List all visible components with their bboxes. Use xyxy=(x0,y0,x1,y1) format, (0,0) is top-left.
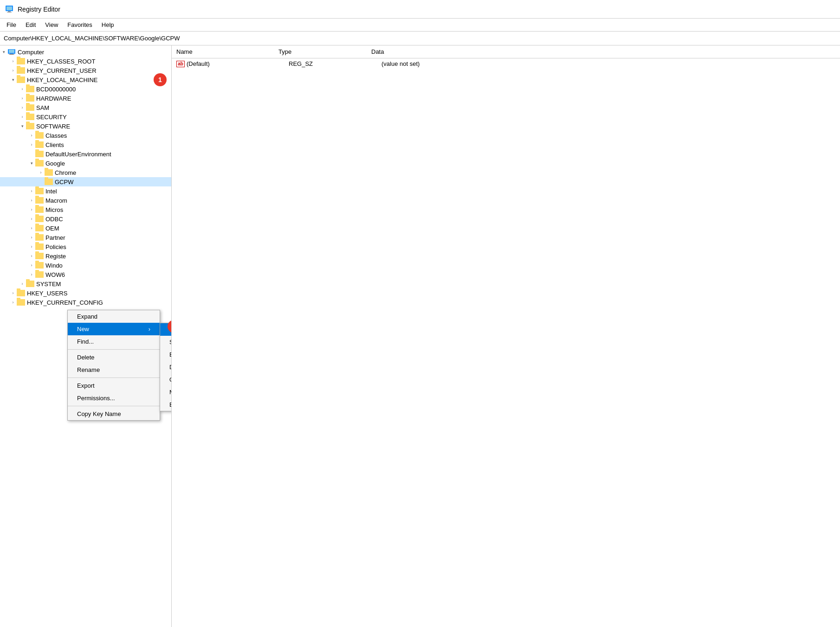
tree-node-hkey-current-user[interactable]: › HKEY_CURRENT_USER xyxy=(0,66,171,75)
tree-node-hkey-current-config[interactable]: › HKEY_CURRENT_CONFIG xyxy=(0,298,171,307)
folder-icon-current-config xyxy=(17,299,25,306)
context-menu-delete[interactable]: Delete xyxy=(68,351,160,364)
tree-label-hkey-local-machine: HKEY_LOCAL_MACHINE xyxy=(27,77,97,83)
tree-node-micros[interactable]: › Micros xyxy=(0,205,171,214)
reg-value-icon: ab xyxy=(176,61,185,67)
context-menu-new[interactable]: New › 3 Key 4 String Value Binary Val xyxy=(68,323,160,335)
tree-node-odbc[interactable]: › ODBC xyxy=(0,214,171,224)
folder-icon-wow6 xyxy=(35,271,44,278)
folder-icon-windo xyxy=(35,262,44,269)
context-menu-export[interactable]: Export xyxy=(68,379,160,392)
menu-help[interactable]: Help xyxy=(98,20,118,29)
tree-label-bcd: BCD00000000 xyxy=(36,86,76,93)
folder-icon-sam xyxy=(26,104,34,111)
submenu-qword-value[interactable]: QWORD (64-bit) Value xyxy=(160,373,172,386)
separator-1 xyxy=(68,349,160,350)
folder-icon-bcd xyxy=(26,86,34,92)
tree-node-macrom[interactable]: › Macrom xyxy=(0,196,171,205)
tree-node-system[interactable]: › SYSTEM xyxy=(0,279,171,288)
window-title: Registry Editor xyxy=(18,6,60,13)
tree-label-windo: Windo xyxy=(45,262,63,269)
folder-icon-intel xyxy=(35,188,44,194)
tree-label-hkey-users: HKEY_USERS xyxy=(27,290,67,297)
menu-favorites[interactable]: Favorites xyxy=(64,20,96,29)
tree-node-gcpw[interactable]: GCPW 2 xyxy=(0,177,171,186)
folder-icon-chrome xyxy=(45,169,53,176)
folder-icon-current-user xyxy=(17,67,25,74)
tree-node-computer[interactable]: ▾ Computer xyxy=(0,47,171,57)
expand-icon-partner: › xyxy=(28,234,35,241)
tree-node-hkey-users[interactable]: › HKEY_USERS xyxy=(0,288,171,298)
submenu-dword-value[interactable]: DWORD (32-bit) Value xyxy=(160,361,172,373)
folder-icon-security xyxy=(26,114,34,120)
col-header-type: Type xyxy=(278,48,371,55)
folder-icon-registe xyxy=(35,253,44,259)
badge-1: 1 xyxy=(154,73,167,86)
expand-icon-policies: › xyxy=(28,243,35,250)
tree-node-software[interactable]: ▾ SOFTWARE xyxy=(0,122,171,131)
expand-icon-odbc: › xyxy=(28,215,35,223)
submenu-binary-value[interactable]: Binary Value xyxy=(160,348,172,361)
svg-rect-7 xyxy=(9,54,14,55)
context-menu-find[interactable]: Find... xyxy=(68,335,160,348)
tree-node-bcd[interactable]: › BCD00000000 xyxy=(0,84,171,94)
expand-icon-software: ▾ xyxy=(19,122,26,130)
tree-panel: ▾ Computer › HKEY_CLASSES_ROOT › HKEY_CU… xyxy=(0,45,172,627)
tree-node-security[interactable]: › SECURITY xyxy=(0,112,171,122)
detail-panel: Name Type Data ab (Default) REG_SZ (valu… xyxy=(172,45,840,627)
tree-label-oem: OEM xyxy=(45,225,59,232)
tree-node-intel[interactable]: › Intel xyxy=(0,186,171,196)
context-menu-expand[interactable]: Expand xyxy=(68,310,160,323)
context-menu-permissions[interactable]: Permissions... xyxy=(68,392,160,404)
tree-node-policies[interactable]: › Policies xyxy=(0,242,171,251)
context-menu-rename[interactable]: Rename xyxy=(68,364,160,376)
tree-node-clients[interactable]: › Clients xyxy=(0,140,171,149)
expand-icon-wow6: › xyxy=(28,271,35,278)
col-header-name: Name xyxy=(176,48,278,55)
folder-icon-micros xyxy=(35,206,44,213)
tree-node-registe[interactable]: › Registe xyxy=(0,251,171,261)
tree-node-partner[interactable]: › Partner xyxy=(0,233,171,242)
submenu-qword-label: QWORD (64-bit) Value xyxy=(169,376,172,383)
folder-icon-gcpw xyxy=(45,179,53,185)
submenu-box: Key 4 String Value Binary Value DWORD (3… xyxy=(160,323,172,411)
submenu-arrow-icon: › xyxy=(149,326,150,333)
submenu-expandable-string-value[interactable]: Expandable String Value xyxy=(160,398,172,411)
menu-file[interactable]: File xyxy=(3,20,20,29)
tree-node-windo[interactable]: › Windo xyxy=(0,261,171,270)
detail-row-default[interactable]: ab (Default) REG_SZ (value not set) xyxy=(172,58,840,69)
tree-label-clients: Clients xyxy=(45,141,64,148)
tree-node-defaultuserenv[interactable]: DefaultUserEnvironment xyxy=(0,149,171,159)
submenu-string-value[interactable]: String Value xyxy=(160,336,172,348)
tree-label-wow6: WOW6 xyxy=(45,271,65,278)
expand-icon-defaultuserenv xyxy=(28,150,35,158)
tree-node-sam[interactable]: › SAM xyxy=(0,103,171,112)
tree-node-hkey-local-machine[interactable]: ▾ HKEY_LOCAL_MACHINE 1 xyxy=(0,75,171,84)
tree-label-chrome: Chrome xyxy=(55,169,76,176)
title-bar: Registry Editor xyxy=(0,0,840,19)
tree-node-chrome[interactable]: › Chrome xyxy=(0,168,171,177)
tree-label-classes: Classes xyxy=(45,132,67,139)
tree-label-partner: Partner xyxy=(45,234,65,241)
tree-node-oem[interactable]: › OEM xyxy=(0,224,171,233)
tree-label-hardware: HARDWARE xyxy=(36,95,71,102)
submenu-multi-string-value[interactable]: Multi-String Value xyxy=(160,386,172,398)
computer-icon xyxy=(7,49,16,55)
tree-node-hkey-classes-root[interactable]: › HKEY_CLASSES_ROOT xyxy=(0,57,171,66)
expand-icon-system: › xyxy=(19,280,26,288)
expand-icon-intel: › xyxy=(28,187,35,195)
tree-node-hardware[interactable]: › HARDWARE xyxy=(0,94,171,103)
tree-label-policies: Policies xyxy=(45,243,66,250)
context-menu-box: Expand New › 3 Key 4 String Value xyxy=(67,310,160,421)
svg-rect-3 xyxy=(7,12,12,13)
menu-view[interactable]: View xyxy=(41,20,62,29)
tree-node-wow6[interactable]: › WOW6 xyxy=(0,270,171,279)
tree-node-google[interactable]: ▾ Google xyxy=(0,159,171,168)
tree-node-classes[interactable]: › Classes xyxy=(0,131,171,140)
menu-edit[interactable]: Edit xyxy=(22,20,39,29)
tree-label-macrom: Macrom xyxy=(45,197,67,204)
submenu-multi-string-label: Multi-String Value xyxy=(169,389,172,396)
tree-label-software: SOFTWARE xyxy=(36,123,70,130)
context-menu-copy-key-name[interactable]: Copy Key Name xyxy=(68,408,160,420)
tree-label-hkey-current-config: HKEY_CURRENT_CONFIG xyxy=(27,299,103,306)
